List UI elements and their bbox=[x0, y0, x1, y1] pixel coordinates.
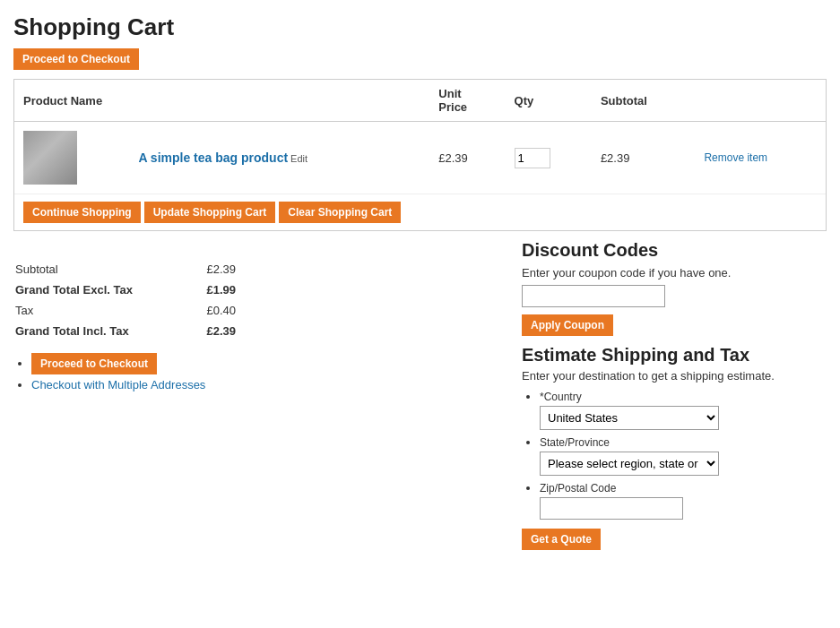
col-subtotal: Subtotal bbox=[592, 80, 696, 122]
summary-table: Subtotal £2.39 Grand Total Excl. Tax £1.… bbox=[13, 258, 238, 342]
update-cart-button[interactable]: Update Shopping Cart bbox=[144, 202, 276, 223]
country-select[interactable]: United StatesUnited KingdomCanadaAustral… bbox=[540, 406, 719, 430]
apply-coupon-button[interactable]: Apply Coupon bbox=[522, 314, 613, 336]
discount-title: Discount Codes bbox=[522, 240, 827, 261]
tax-row: Tax £0.40 bbox=[15, 301, 236, 320]
grand-total-incl-label: Grand Total Incl. Tax bbox=[15, 322, 195, 340]
state-select[interactable]: Please select region, state or provinceA… bbox=[540, 452, 719, 476]
grand-total-excl-row: Grand Total Excl. Tax £1.99 bbox=[15, 280, 236, 299]
unit-price-cell: £2.39 bbox=[429, 122, 505, 194]
col-remove bbox=[695, 80, 826, 122]
proceed-checkout-list-item: Proceed to Checkout bbox=[31, 353, 504, 374]
tax-label: Tax bbox=[15, 301, 195, 320]
bottom-actions: Proceed to Checkout Checkout with Multip… bbox=[13, 353, 504, 391]
cart-section: Product Name UnitPrice Qty Subtotal A si… bbox=[13, 79, 827, 231]
zip-input[interactable] bbox=[540, 497, 683, 520]
right-column: Discount Codes Enter your coupon code if… bbox=[522, 240, 827, 550]
subtotal-label: Subtotal bbox=[15, 260, 195, 279]
top-checkout-wrapper: Proceed to Checkout bbox=[13, 48, 827, 70]
state-label: State/Province bbox=[540, 436, 827, 449]
clear-cart-button[interactable]: Clear Shopping Cart bbox=[279, 202, 401, 223]
remove-item-link[interactable]: Remove item bbox=[704, 151, 817, 164]
state-field-item: State/Province Please select region, sta… bbox=[540, 435, 827, 476]
col-qty: Qty bbox=[506, 80, 592, 122]
country-label: *Country bbox=[540, 391, 827, 403]
checkout-multiple-list-item: Checkout with Multiple Addresses bbox=[31, 378, 504, 391]
grand-total-incl-value: £2.39 bbox=[196, 322, 236, 340]
discount-section: Discount Codes Enter your coupon code if… bbox=[522, 240, 827, 336]
product-link[interactable]: A simple tea bag product bbox=[138, 151, 288, 165]
bottom-proceed-checkout-button[interactable]: Proceed to Checkout bbox=[31, 353, 157, 374]
main-layout: Subtotal £2.39 Grand Total Excl. Tax £1.… bbox=[13, 240, 827, 550]
page-title: Shopping Cart bbox=[13, 13, 827, 41]
zip-field-item: Zip/Postal Code bbox=[540, 481, 827, 520]
table-row: A simple tea bag productEdit £2.39 £2.39… bbox=[14, 122, 826, 194]
top-proceed-checkout-button[interactable]: Proceed to Checkout bbox=[13, 48, 139, 70]
discount-description: Enter your coupon code if you have one. bbox=[522, 266, 827, 280]
coupon-input[interactable] bbox=[522, 285, 665, 307]
edit-link[interactable]: Edit bbox=[290, 153, 307, 164]
subtotal-value: £2.39 bbox=[196, 260, 236, 279]
zip-label: Zip/Postal Code bbox=[540, 482, 827, 495]
shipping-description: Enter your destination to get a shipping… bbox=[522, 369, 827, 383]
cart-actions: Continue Shopping Update Shopping Cart C… bbox=[14, 194, 826, 230]
country-field-item: *Country United StatesUnited KingdomCana… bbox=[540, 390, 827, 430]
tax-value: £0.40 bbox=[196, 301, 236, 320]
col-product-name: Product Name bbox=[14, 80, 429, 122]
product-image-cell bbox=[14, 122, 129, 194]
col-unit-price: UnitPrice bbox=[429, 80, 505, 122]
qty-cell bbox=[506, 122, 592, 194]
product-name-cell: A simple tea bag productEdit bbox=[129, 122, 429, 194]
subtotal-row: Subtotal £2.39 bbox=[15, 260, 236, 279]
product-image-inner bbox=[23, 131, 77, 185]
get-quote-button[interactable]: Get a Quote bbox=[522, 529, 601, 550]
cart-table: Product Name UnitPrice Qty Subtotal A si… bbox=[14, 80, 826, 194]
subtotal-cell: £2.39 bbox=[592, 122, 696, 194]
product-image bbox=[23, 131, 77, 185]
shipping-section: Estimate Shipping and Tax Enter your des… bbox=[522, 345, 827, 550]
continue-shopping-button[interactable]: Continue Shopping bbox=[23, 202, 141, 223]
grand-total-incl-row: Grand Total Incl. Tax £2.39 bbox=[15, 322, 236, 340]
summary-section: Subtotal £2.39 Grand Total Excl. Tax £1.… bbox=[13, 258, 504, 342]
shipping-title: Estimate Shipping and Tax bbox=[522, 345, 827, 366]
remove-cell: Remove item bbox=[695, 122, 826, 194]
grand-total-excl-label: Grand Total Excl. Tax bbox=[15, 280, 195, 299]
grand-total-excl-value: £1.99 bbox=[196, 280, 236, 299]
qty-input[interactable] bbox=[515, 148, 550, 168]
left-column: Subtotal £2.39 Grand Total Excl. Tax £1.… bbox=[13, 240, 504, 395]
checkout-multiple-link[interactable]: Checkout with Multiple Addresses bbox=[31, 378, 205, 391]
